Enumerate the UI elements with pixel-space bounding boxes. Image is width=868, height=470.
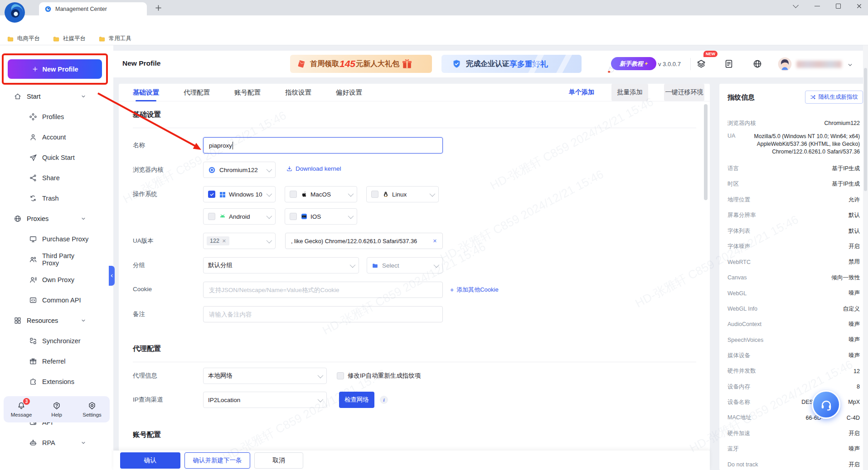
shield-check-icon xyxy=(451,59,462,69)
mode-tab--[interactable]: 单个添加 xyxy=(564,84,599,101)
remark-input[interactable] xyxy=(203,306,443,322)
tab--[interactable]: 代理配置 xyxy=(184,84,210,101)
group-select[interactable]: 默认分组 xyxy=(203,257,359,273)
close-button[interactable] xyxy=(856,3,863,10)
form-scrollbar-thumb[interactable] xyxy=(704,104,708,200)
tag-remove-icon[interactable]: ✕ xyxy=(222,238,226,244)
user-name-blurred xyxy=(796,61,842,68)
clear-ua-icon[interactable]: ✕ xyxy=(433,238,437,244)
fingerprint-value: 禁用 xyxy=(849,258,860,266)
sidebar-item-share[interactable]: Share xyxy=(0,168,113,188)
confirm-button[interactable]: 确认 xyxy=(120,452,180,469)
sidebar-item-referrel[interactable]: Referrel xyxy=(0,351,113,371)
sidebar-item-label: Profiles xyxy=(42,113,64,120)
promo-banner-newcomer[interactable]: 首周领取145元新人大礼包 xyxy=(290,55,432,73)
page-scrollbar-thumb[interactable] xyxy=(864,68,867,191)
name-input[interactable]: piaproxy xyxy=(203,137,443,153)
tutorial-badge[interactable]: 新手教程✦ xyxy=(611,57,656,70)
rpa-icon xyxy=(29,439,37,447)
bookmark--[interactable]: 社媒平台 xyxy=(53,35,86,43)
tab--[interactable]: 指纹设置 xyxy=(285,84,311,101)
tab--[interactable]: 账号配置 xyxy=(234,84,261,101)
user-avatar[interactable] xyxy=(778,57,792,71)
sidebar-item-quick-start[interactable]: Quick Start xyxy=(0,147,113,168)
bookmark--[interactable]: 电商平台 xyxy=(7,35,40,43)
profile-tabs: 基础设置代理配置账号配置指纹设置偏好设置 xyxy=(133,84,362,101)
os-checkbox-windows-10[interactable] xyxy=(208,191,215,198)
kernel-select[interactable]: Chromium122 xyxy=(203,162,276,178)
confirm-and-next-button[interactable]: 确认并新建下一条 xyxy=(184,452,250,469)
new-profile-button[interactable]: New Profile xyxy=(8,59,102,79)
ua-string-input[interactable]: , like Gecko) Chrome/122.0.6261.0 Safari… xyxy=(285,233,443,249)
sidebar-item-label: Start xyxy=(27,93,41,100)
form-row-os: 操作系统 Windows 10MacOSLinuxAndroidiOSIOS xyxy=(133,186,696,225)
promo-banner-enterprise[interactable]: 完成企业认证享多重好礼 xyxy=(441,55,582,73)
os-checkbox-android[interactable] xyxy=(208,213,215,220)
sidebar-item-own-proxy[interactable]: Own Proxy xyxy=(0,269,113,290)
footer-settings[interactable]: Settings xyxy=(74,396,110,422)
os-select-windows-10[interactable]: Windows 10 xyxy=(203,186,276,202)
form-row-group: 分组 默认分组 Select xyxy=(133,257,696,273)
group-share-select[interactable]: Select xyxy=(367,257,443,273)
window-chevron-icon[interactable] xyxy=(792,2,800,10)
footer-message[interactable]: 3Message xyxy=(4,396,39,422)
tab--[interactable]: 基础设置 xyxy=(133,84,159,101)
ua-version-select[interactable]: 122✕ xyxy=(203,233,276,249)
sidebar-item-proxies[interactable]: Proxies xyxy=(0,208,113,229)
fingerprint-label: 字体列表 xyxy=(727,227,750,235)
sidebar-item-label: Synchronizer xyxy=(42,337,81,345)
sidebar-item-profiles[interactable]: Profiles xyxy=(0,106,113,127)
os-select-android[interactable]: Android xyxy=(203,208,276,225)
sidebar-item-start[interactable]: Start xyxy=(0,86,113,106)
minimize-button[interactable] xyxy=(813,2,821,10)
maximize-button[interactable] xyxy=(834,2,842,10)
sidebar-item-account[interactable]: Account xyxy=(0,127,113,147)
cookie-input[interactable] xyxy=(203,282,443,298)
sidebar-item-purchase-proxy[interactable]: Purchase Proxy xyxy=(0,229,113,249)
customer-support-button[interactable] xyxy=(812,390,840,419)
random-fingerprint-button[interactable]: 随机生成新指纹 xyxy=(805,91,863,104)
sidebar-collapse-handle[interactable] xyxy=(109,266,115,286)
add-cookie-link[interactable]: + 添加其他Cookie xyxy=(450,286,499,294)
ip-channel-select[interactable]: IP2Location xyxy=(203,392,327,408)
sidebar-item-common-api[interactable]: Common API xyxy=(0,290,113,310)
chevron-down-icon xyxy=(81,318,86,323)
sidebar-item-extensions[interactable]: Extensions xyxy=(0,371,113,392)
cancel-button[interactable]: 取消 xyxy=(254,452,303,469)
check-network-button[interactable]: 检查网络 xyxy=(339,392,374,408)
sidebar-item-resources[interactable]: Resources xyxy=(0,310,113,331)
download-kernel-label: Download kernel xyxy=(296,165,341,172)
os-checkbox-linux[interactable] xyxy=(371,191,378,198)
tab--[interactable]: 偏好设置 xyxy=(336,84,362,101)
download-kernel-link[interactable]: Download kernel xyxy=(286,165,341,172)
home-icon xyxy=(14,92,22,101)
bookmark--[interactable]: 常用工具 xyxy=(98,35,131,43)
sidebar-item-trash[interactable]: Trash xyxy=(0,188,113,208)
user-menu-chevron-icon[interactable] xyxy=(847,62,853,68)
sidebar-item-third-party-proxy[interactable]: Third Party Proxy xyxy=(0,249,113,269)
manual-doc-icon[interactable] xyxy=(724,59,734,69)
info-icon[interactable]: i xyxy=(380,396,388,404)
sidebar-item-rpa[interactable]: RPA xyxy=(0,432,113,453)
regen-fingerprint-checkbox[interactable] xyxy=(337,372,344,379)
layers-icon[interactable] xyxy=(696,59,706,69)
proxy-info-select[interactable]: 本地网络 xyxy=(203,368,327,384)
os-select-macos[interactable]: MacOS xyxy=(285,186,357,202)
os-checkbox-macos[interactable] xyxy=(290,191,297,198)
os-select-ios[interactable]: iOSIOS xyxy=(285,208,357,225)
promo2-prefix: 完成企业认证 xyxy=(466,59,509,69)
browser-tab[interactable]: Management Center xyxy=(39,2,147,15)
fingerprint-row-canvas: Canvas倾向一致性 xyxy=(727,270,860,285)
mode-tab--[interactable]: 批量添加 xyxy=(611,84,648,101)
bookmarks-bar: 电商平台社媒平台常用工具 xyxy=(0,33,868,45)
footer-help[interactable]: Help xyxy=(39,396,74,422)
mode-tab--[interactable]: 一键迁移环境 xyxy=(664,84,704,101)
browser-toolbar: YunLogin 管理中心 xyxy=(0,15,868,33)
headset-icon xyxy=(820,398,833,412)
new-tab-button[interactable] xyxy=(154,4,163,12)
os-select-linux[interactable]: Linux xyxy=(366,186,439,202)
os-checkbox-ios[interactable] xyxy=(290,213,297,220)
language-globe-icon[interactable] xyxy=(752,59,762,69)
fingerprint-value: 自定义 xyxy=(843,305,860,313)
sidebar-item-synchronizer[interactable]: Synchronizer xyxy=(0,331,113,351)
